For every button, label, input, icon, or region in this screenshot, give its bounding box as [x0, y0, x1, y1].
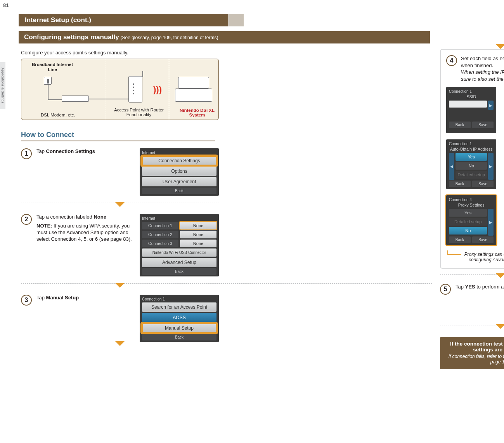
step3-screenshot: Connection 1 Search for an Access Point … [140, 295, 219, 342]
step1-bold: Connection Settings [46, 148, 95, 154]
step4-panel: 4 Set each field as needed and tap Save … [440, 49, 504, 269]
back-button[interactable]: Back [142, 334, 216, 341]
step-2: 2 Tap a connection labeled None NOTE: If… [21, 214, 219, 276]
step-badge-4: 4 [446, 55, 457, 66]
step-badge-1: 1 [21, 148, 32, 159]
step4-l2: When setting the IP address manually, be… [461, 69, 504, 82]
page-left: 81 Applications & Settings Internet Setu… [0, 0, 432, 379]
usb-connector-button[interactable]: Nintendo Wi-Fi USB Connector [142, 248, 216, 257]
step-badge-5: 5 [440, 284, 451, 295]
left-arrow-icon[interactable]: ◀ [449, 153, 454, 180]
ssid-screen: Connection 1 SSID ▶ BackSave [446, 87, 496, 133]
wifi-icon: ))) [153, 85, 162, 95]
ssid-field[interactable] [449, 101, 487, 108]
back-button[interactable]: Back [142, 188, 216, 194]
connection-settings-button[interactable]: Connection Settings [142, 156, 216, 165]
save-button[interactable]: Save [472, 236, 494, 243]
step1-screen-title: Internet [142, 151, 216, 155]
flow-arrow-icon [496, 273, 504, 278]
conn2-button[interactable]: None [180, 231, 216, 238]
conn1-label: Connection 1 [142, 222, 178, 229]
diagram-broadband-label: Broadband Internet Line [29, 62, 76, 72]
flow-arrow-icon [115, 202, 125, 207]
step5-prefix: Tap [456, 284, 465, 290]
save-button[interactable]: Save [472, 122, 494, 128]
completion-line1: If the connection test is successful, yo… [445, 341, 504, 353]
diagram-dsl-label: DSL Modem, etc. [41, 113, 75, 117]
back-button[interactable]: Back [449, 236, 471, 243]
flow-arrow-icon [496, 324, 504, 329]
right-arrow-icon[interactable]: ▶ [488, 101, 494, 110]
lead-in-text: Configure your access point's settings m… [21, 50, 432, 56]
router-icon [128, 76, 142, 102]
page-right: 82 Applications & Settings 4 Set each fi… [432, 0, 504, 379]
diagram-dsxl-label: Nintendo DSi XL System [176, 108, 218, 117]
yes-button[interactable]: Yes [456, 153, 487, 161]
subsection-header: Configuring settings manually (See gloss… [19, 31, 430, 43]
conn3-label: Connection 3 [142, 240, 178, 247]
step2-bold: None [94, 214, 106, 220]
step5-suffix: to perform a connection test [475, 284, 504, 290]
step3-screen-title: Connection 1 [142, 297, 216, 301]
section-header: Internet Setup (cont.) [19, 14, 228, 26]
conn1-button[interactable]: None [180, 222, 216, 229]
step4-l1a: Set each field as needed and tap [461, 56, 504, 61]
step-badge-2: 2 [21, 214, 32, 225]
how-to-connect-heading: How to Connect [21, 131, 215, 141]
step5-bold: YES [465, 284, 475, 290]
diagram-ap-label: Access Point with Router Functionality [114, 108, 164, 117]
wall-outlet-icon [44, 77, 52, 85]
flow-arrow-icon [115, 283, 125, 288]
right-arrow-icon[interactable]: ▶ [488, 153, 494, 180]
manual-setup-button[interactable]: Manual Setup [142, 323, 216, 333]
network-diagram: Broadband Internet Line DSL Modem, etc. … [21, 59, 219, 120]
step-3: 3 Tap Manual Setup Connection 1 Search f… [21, 295, 219, 342]
step1-prefix: Tap [36, 148, 46, 154]
options-button[interactable]: Options [142, 167, 216, 176]
side-tab-left: Applications & Settings [0, 62, 5, 109]
aoss-button[interactable]: AOSS [142, 313, 216, 322]
back-button[interactable]: Back [449, 181, 471, 187]
step2-screen-title: Internet [142, 216, 216, 221]
dsi-xl-icon [175, 77, 212, 102]
step3-bold: Manual Setup [46, 295, 79, 301]
step4-l1c: when finished. [461, 63, 493, 68]
step-1: 1 Tap Connection Settings Internet Conne… [21, 148, 219, 196]
completion-line2: If connection fails, refer to the list o… [445, 354, 504, 365]
no-button[interactable]: No [456, 162, 487, 170]
step3-prefix: Tap [36, 295, 46, 301]
conn3-button[interactable]: None [180, 240, 216, 247]
proxy-note: Proxy settings can only be configured wh… [446, 250, 504, 262]
yes-button[interactable]: Yes [449, 209, 487, 217]
back-button[interactable]: Back [142, 268, 216, 275]
step1-screenshot: Internet Connection Settings Options Use… [140, 148, 219, 196]
user-agreement-button[interactable]: User Agreement [142, 177, 216, 186]
page-number-left: 81 [3, 2, 9, 8]
step2-note-bold: NOTE: [36, 223, 52, 229]
modem-icon [62, 96, 89, 102]
subsection-paren: (See glossary, page 109, for definition … [121, 35, 218, 40]
save-button[interactable]: Save [472, 181, 494, 187]
step-badge-3: 3 [21, 295, 32, 306]
step2-prefix: Tap a connection labeled [36, 214, 94, 220]
no-button[interactable]: No [449, 227, 487, 235]
search-ap-button[interactable]: Search for an Access Point [142, 302, 216, 312]
advanced-setup-button[interactable]: Advanced Setup [142, 258, 216, 267]
right-arrow-icon[interactable]: ▶ [488, 209, 494, 236]
step-5: 5 Tap YES to perform a connection test C… [440, 284, 504, 320]
step2-screenshot: Internet Connection 1None Connection 2No… [140, 214, 219, 276]
subsection-title: Configuring settings manually [24, 33, 119, 41]
flow-arrow-icon [496, 44, 504, 49]
back-button[interactable]: Back [449, 122, 471, 128]
proxy-screen: Connection 4 Proxy Settings Yes Detailed… [446, 195, 496, 245]
conn2-label: Connection 2 [142, 231, 178, 238]
detailed-setup-button[interactable]: Detailed setup [456, 171, 487, 179]
completion-banner: If the connection test is successful, yo… [440, 337, 504, 369]
detailed-setup-button[interactable]: Detailed setup [449, 218, 487, 226]
auto-ip-screen: Connection 1 Auto-Obtain IP Address ◀ Ye… [446, 139, 496, 189]
